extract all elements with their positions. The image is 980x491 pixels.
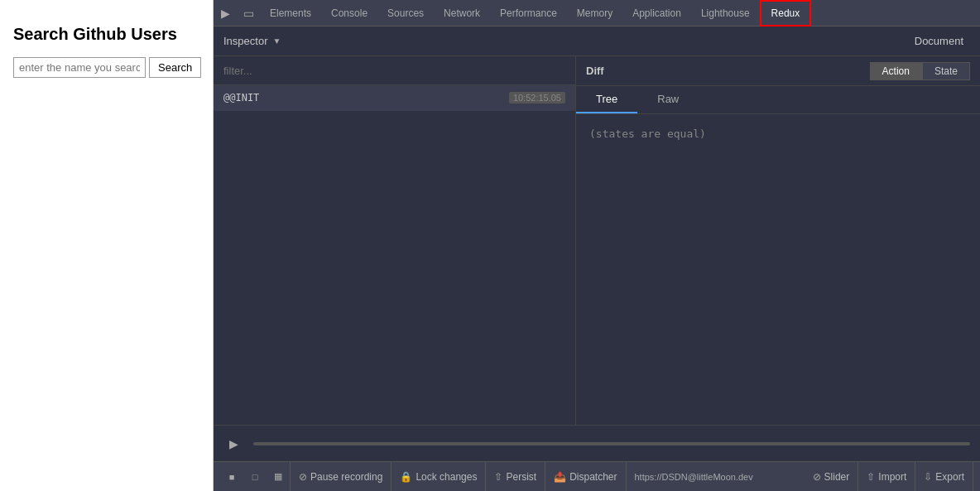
export-icon: ⇩ <box>924 471 932 483</box>
tab-tree[interactable]: Tree <box>576 86 637 113</box>
search-button[interactable]: Search <box>149 57 201 78</box>
devtools-tabs: ▶ ▭ Elements Console Sources Network Per… <box>214 0 980 26</box>
tab-elements[interactable]: Elements <box>260 0 321 26</box>
import-button[interactable]: ⇧ Import <box>858 462 915 491</box>
persist-button[interactable]: ⇧ Persist <box>486 462 545 491</box>
tree-tabs: Tree Raw <box>576 86 980 114</box>
grid-icon-3[interactable]: ▦ <box>267 462 290 492</box>
document-label: Document <box>915 35 963 47</box>
dispatcher-label: Dispatcher <box>569 471 617 483</box>
lock-icon: 🔒 <box>400 471 412 483</box>
url-bar: https://DSDN@littleMoon.dev <box>627 472 805 482</box>
diff-buttons: Action State <box>870 62 970 80</box>
table-row[interactable]: @@INIT 10:52:15.05 <box>214 85 575 111</box>
tab-application[interactable]: Application <box>622 0 691 26</box>
diff-header: Diff Action State <box>576 56 980 86</box>
slider-button[interactable]: ⊘ Slider <box>805 462 859 491</box>
slider-label: Slider <box>824 471 850 483</box>
pause-recording-button[interactable]: ⊘ Pause recording <box>291 462 392 491</box>
inspector-dropdown-icon[interactable]: ▼ <box>272 36 281 46</box>
main-content: @@INIT 10:52:15.05 Diff Action State Tre… <box>214 56 980 425</box>
import-label: Import <box>878 471 906 483</box>
lock-changes-button[interactable]: 🔒 Lock changes <box>392 462 486 491</box>
filter-bar <box>214 56 575 85</box>
app-title: Search Github Users <box>0 0 213 57</box>
grid-icons: ■ □ ▦ <box>220 462 291 492</box>
pause-recording-label: Pause recording <box>310 471 382 483</box>
action-list: @@INIT 10:52:15.05 <box>214 56 576 425</box>
devtools-panel: ▶ ▭ Elements Console Sources Network Per… <box>214 0 980 491</box>
bottom-toolbar: ■ □ ▦ ⊘ Pause recording 🔒 Lock changes ⇧… <box>214 461 980 491</box>
filter-input[interactable] <box>223 65 565 77</box>
export-label: Export <box>935 471 964 483</box>
play-button[interactable]: ▶ <box>223 434 243 454</box>
timeline-bar: ▶ <box>214 425 980 461</box>
tab-memory[interactable]: Memory <box>567 0 622 26</box>
timeline-track[interactable] <box>253 442 970 445</box>
diff-panel: Diff Action State Tree Raw (states are e… <box>576 56 980 425</box>
inspector-header: Inspector ▼ Document <box>214 26 980 56</box>
search-bar: Search <box>0 57 213 78</box>
dispatcher-button[interactable]: 📤 Dispatcher <box>545 462 626 491</box>
device-icon-btn[interactable]: ▭ <box>237 2 260 25</box>
pause-recording-icon: ⊘ <box>299 471 307 483</box>
action-time: 10:52:15.05 <box>509 92 565 103</box>
persist-icon: ⇧ <box>494 471 502 483</box>
grid-icon-1[interactable]: ■ <box>220 462 243 492</box>
export-button[interactable]: ⇩ Export <box>915 462 973 491</box>
inspect-icon-btn[interactable]: ▶ <box>214 2 237 25</box>
tab-network[interactable]: Network <box>434 0 490 26</box>
tab-redux[interactable]: Redux <box>760 0 812 26</box>
import-icon: ⇧ <box>867 471 875 483</box>
tab-sources[interactable]: Sources <box>377 0 434 26</box>
search-input[interactable] <box>13 57 146 78</box>
app-container: Search Github Users Search ▶ ▭ Elements … <box>0 0 980 491</box>
dispatcher-icon: 📤 <box>554 471 566 483</box>
url-text: https://DSDN@littleMoon.dev <box>635 472 753 482</box>
inspector-title: Inspector <box>223 35 267 47</box>
inspector-title-area: Inspector ▼ <box>223 35 281 47</box>
grid-icon-2[interactable]: □ <box>243 462 267 492</box>
diff-label: Diff <box>586 65 604 77</box>
tab-performance[interactable]: Performance <box>490 0 567 26</box>
action-name: @@INIT <box>223 92 259 103</box>
tab-lighthouse[interactable]: Lighthouse <box>691 0 760 26</box>
action-button[interactable]: Action <box>870 62 922 80</box>
tab-console[interactable]: Console <box>321 0 377 26</box>
diff-content: (states are equal) <box>576 114 980 425</box>
lock-changes-label: Lock changes <box>416 471 477 483</box>
slider-icon: ⊘ <box>813 471 821 483</box>
left-panel: Search Github Users Search <box>0 0 214 491</box>
state-button[interactable]: State <box>922 62 970 80</box>
tab-raw[interactable]: Raw <box>637 86 699 113</box>
persist-label: Persist <box>506 471 536 483</box>
